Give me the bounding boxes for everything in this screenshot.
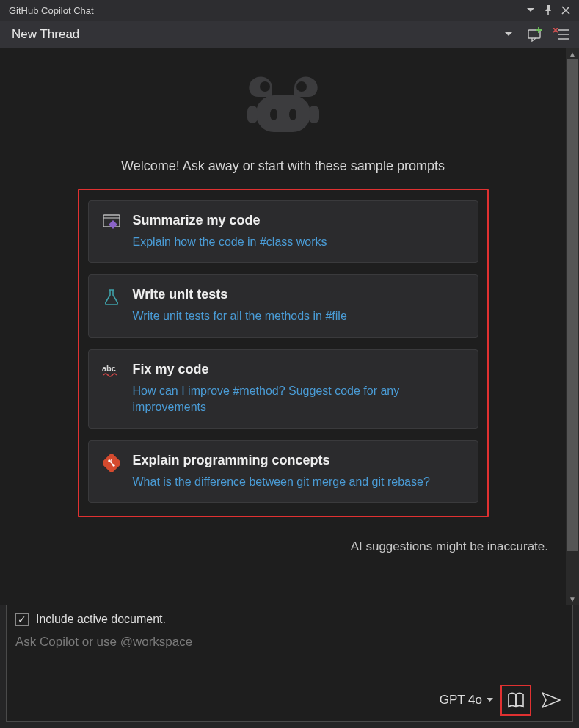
svg-rect-1 [256, 95, 310, 132]
welcome-text: Welcome! Ask away or start with these sa… [13, 159, 553, 174]
prompt-subtitle: What is the difference between git merge… [133, 474, 430, 490]
prompt-subtitle: Explain how the code in #class works [133, 234, 327, 250]
prompt-card-summarize[interactable]: Summarize my code Explain how the code i… [88, 200, 478, 263]
abc-spellcheck-icon: abc [102, 362, 121, 416]
prompt-title: Summarize my code [133, 213, 327, 228]
model-selector[interactable]: GPT 4o [440, 693, 493, 707]
svg-point-4 [270, 109, 277, 120]
git-icon [102, 453, 121, 490]
svg-rect-3 [309, 106, 319, 123]
svg-point-5 [289, 109, 296, 120]
thread-dropdown-icon[interactable] [498, 24, 519, 45]
scroll-up-icon[interactable]: ▲ [569, 48, 576, 59]
scroll-thumb[interactable] [567, 59, 578, 551]
window-titlebar: GitHub Copilot Chat [0, 0, 579, 21]
book-icon [507, 692, 525, 708]
prompt-subtitle: How can I improve #method? Suggest code … [133, 383, 465, 416]
code-window-icon [102, 213, 121, 250]
sample-prompts-box: Summarize my code Explain how the code i… [78, 189, 489, 517]
pin-icon[interactable] [541, 3, 556, 18]
prompt-card-fix[interactable]: abc Fix my code How can I improve #metho… [88, 349, 478, 429]
prompt-library-button[interactable] [500, 685, 531, 716]
prompt-card-tests[interactable]: Write unit tests Write unit tests for al… [88, 274, 478, 337]
svg-rect-2 [247, 106, 258, 123]
model-label: GPT 4o [440, 693, 482, 707]
svg-text:abc: abc [102, 364, 116, 373]
send-button[interactable] [539, 688, 564, 713]
clear-threads-button[interactable] [551, 24, 572, 45]
prompt-subtitle: Write unit tests for all the methods in … [133, 308, 347, 324]
close-icon[interactable] [558, 3, 573, 18]
copilot-logo [13, 68, 553, 141]
include-doc-label: Include active document. [36, 613, 166, 626]
prompt-title: Fix my code [133, 362, 465, 377]
chat-input-area: ✓ Include active document. Ask Copilot o… [6, 605, 573, 722]
include-doc-checkbox[interactable]: ✓ [15, 613, 29, 626]
scroll-down-icon[interactable]: ▼ [569, 594, 576, 605]
chat-toolbar: New Thread [0, 21, 579, 48]
scroll-track[interactable] [566, 59, 579, 594]
svg-point-6 [260, 81, 270, 92]
thread-title: New Thread [12, 27, 79, 42]
beaker-icon [102, 287, 121, 324]
send-icon [542, 692, 561, 708]
prompt-title: Explain programming concepts [133, 453, 430, 468]
new-thread-button[interactable] [525, 24, 545, 45]
prompt-title: Write unit tests [133, 287, 347, 302]
scrollbar[interactable]: ▲ ▼ [566, 48, 579, 605]
window-title: GitHub Copilot Chat [9, 5, 94, 16]
chevron-down-icon [487, 698, 493, 702]
ai-notice: AI suggestions might be inaccurate. [13, 539, 548, 554]
prompt-card-explain[interactable]: Explain programming concepts What is the… [88, 440, 478, 503]
dropdown-icon[interactable] [523, 3, 538, 18]
svg-point-7 [296, 81, 307, 92]
chat-input[interactable]: Ask Copilot or use @workspace [15, 635, 564, 682]
